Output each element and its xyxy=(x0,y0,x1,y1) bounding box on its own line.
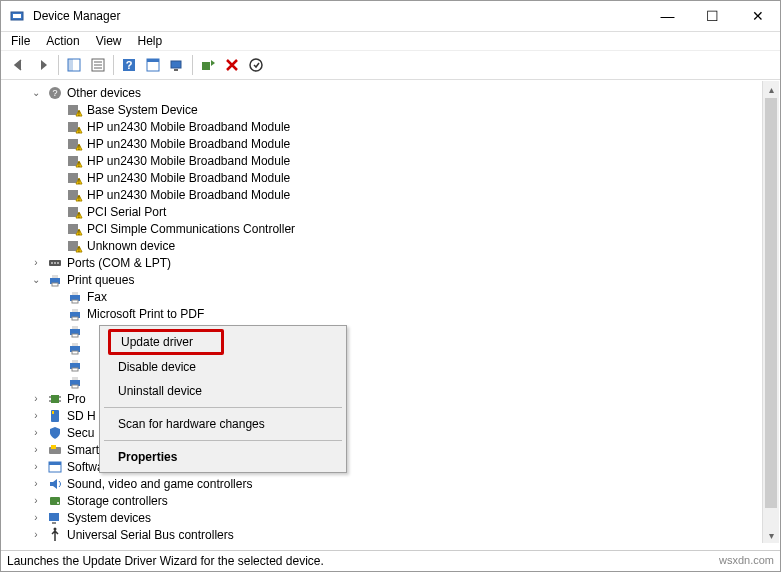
toolbar: ? xyxy=(1,51,780,80)
highlight-annotation: Update driver xyxy=(108,329,224,355)
svg-rect-76 xyxy=(52,411,54,414)
tree-item-label[interactable]: Secu xyxy=(67,426,94,440)
svg-rect-11 xyxy=(147,59,159,62)
tree-item-label[interactable]: HP un2430 Mobile Broadband Module xyxy=(87,171,290,185)
enable-button[interactable] xyxy=(244,53,268,77)
maximize-button[interactable]: ☐ xyxy=(690,1,735,31)
menu-action[interactable]: Action xyxy=(46,34,79,48)
tree-item-label[interactable]: System devices xyxy=(67,511,151,525)
svg-rect-83 xyxy=(49,513,59,521)
menu-file[interactable]: File xyxy=(11,34,30,48)
status-text: Launches the Update Driver Wizard for th… xyxy=(7,554,324,568)
svg-text:!: ! xyxy=(78,161,80,168)
tree-item-label[interactable]: PCI Serial Port xyxy=(87,205,166,219)
ctx-disable-device[interactable]: Disable device xyxy=(102,355,344,379)
usb-icon xyxy=(47,527,63,543)
svg-rect-12 xyxy=(171,61,181,68)
ctx-uninstall-device[interactable]: Uninstall device xyxy=(102,379,344,403)
menu-help[interactable]: Help xyxy=(138,34,163,48)
show-hide-button[interactable] xyxy=(62,53,86,77)
window-title: Device Manager xyxy=(33,9,645,23)
expander-icon[interactable]: › xyxy=(29,460,43,474)
expander-icon[interactable]: › xyxy=(29,409,43,423)
close-button[interactable]: ✕ xyxy=(735,1,780,31)
svg-rect-68 xyxy=(72,377,78,380)
expander-icon[interactable]: › xyxy=(29,494,43,508)
scroll-up-icon[interactable]: ▴ xyxy=(763,81,779,97)
tree-item-label[interactable]: HP un2430 Mobile Broadband Module xyxy=(87,120,290,134)
software-icon xyxy=(47,459,63,475)
tree-item-label[interactable]: Base System Device xyxy=(87,103,198,117)
printer-icon xyxy=(67,289,83,305)
scroll-thumb[interactable] xyxy=(765,98,777,508)
tree-item-label[interactable]: Microsoft Print to PDF xyxy=(87,307,204,321)
svg-rect-65 xyxy=(72,360,78,363)
back-button[interactable] xyxy=(7,53,31,77)
svg-rect-70 xyxy=(51,395,59,403)
expander-icon[interactable]: ⌄ xyxy=(29,86,43,100)
expander-icon[interactable]: › xyxy=(29,392,43,406)
titlebar[interactable]: Device Manager — ☐ ✕ xyxy=(1,1,780,32)
menu-view[interactable]: View xyxy=(96,34,122,48)
scan-button[interactable] xyxy=(165,53,189,77)
tree-item-label[interactable]: HP un2430 Mobile Broadband Module xyxy=(87,137,290,151)
printer-icon xyxy=(67,323,83,339)
help-button[interactable]: ? xyxy=(117,53,141,77)
svg-rect-24 xyxy=(68,139,78,149)
tree-item-label[interactable]: Other devices xyxy=(67,86,141,100)
svg-rect-53 xyxy=(72,292,78,295)
tree-item-label[interactable]: Print queues xyxy=(67,273,134,287)
tree-item-label[interactable]: Sound, video and game controllers xyxy=(67,477,252,491)
svg-rect-21 xyxy=(68,122,78,132)
scroll-down-icon[interactable]: ▾ xyxy=(763,527,779,543)
svg-rect-14 xyxy=(202,62,210,70)
svg-rect-80 xyxy=(49,462,61,465)
scrollbar[interactable]: ▴ ▾ xyxy=(762,81,779,543)
update-driver-button[interactable] xyxy=(196,53,220,77)
properties-button[interactable] xyxy=(86,53,110,77)
ctx-properties[interactable]: Properties xyxy=(102,445,344,469)
ctx-update-driver[interactable]: Update driver xyxy=(121,335,211,349)
svg-rect-51 xyxy=(52,283,58,286)
forward-button[interactable] xyxy=(31,53,55,77)
tree-item-label[interactable]: Universal Serial Bus controllers xyxy=(67,528,234,542)
warning-device-icon: ! xyxy=(67,119,83,135)
svg-rect-56 xyxy=(72,309,78,312)
tree-item-label[interactable]: HP un2430 Mobile Broadband Module xyxy=(87,154,290,168)
device-tree[interactable]: ⌄?Other devices !Base System Device !HP … xyxy=(1,80,780,555)
separator xyxy=(104,407,342,408)
svg-rect-84 xyxy=(52,522,56,524)
minimize-button[interactable]: — xyxy=(645,1,690,31)
tree-item-label[interactable]: SD H xyxy=(67,409,96,423)
warning-device-icon: ! xyxy=(67,170,83,186)
tree-item-label[interactable]: HP un2430 Mobile Broadband Module xyxy=(87,188,290,202)
svg-rect-50 xyxy=(52,275,58,278)
ports-icon xyxy=(47,255,63,271)
expander-icon[interactable]: › xyxy=(29,528,43,542)
warning-device-icon: ! xyxy=(67,136,83,152)
uninstall-button[interactable] xyxy=(220,53,244,77)
tree-item-label[interactable]: PCI Simple Communications Controller xyxy=(87,222,295,236)
expander-icon[interactable]: › xyxy=(29,511,43,525)
svg-text:!: ! xyxy=(78,195,80,202)
tree-item-label[interactable]: Pro xyxy=(67,392,86,406)
expander-icon[interactable]: ⌄ xyxy=(29,273,43,287)
card-reader-icon xyxy=(47,442,63,458)
tree-item-label[interactable]: Fax xyxy=(87,290,107,304)
svg-rect-39 xyxy=(68,224,78,234)
tree-item-label[interactable]: Ports (COM & LPT) xyxy=(67,256,171,270)
svg-rect-62 xyxy=(72,343,78,346)
expander-icon[interactable]: › xyxy=(29,477,43,491)
expander-icon[interactable]: › xyxy=(29,443,43,457)
svg-point-46 xyxy=(51,262,53,264)
tree-item-label[interactable]: Storage controllers xyxy=(67,494,168,508)
warning-device-icon: ! xyxy=(67,238,83,254)
sd-icon xyxy=(47,408,63,424)
svg-rect-36 xyxy=(68,207,78,217)
expander-icon[interactable]: › xyxy=(29,256,43,270)
tree-item-label[interactable]: Unknown device xyxy=(87,239,175,253)
action-button[interactable] xyxy=(141,53,165,77)
svg-rect-63 xyxy=(72,351,78,354)
expander-icon[interactable]: › xyxy=(29,426,43,440)
ctx-scan-hardware[interactable]: Scan for hardware changes xyxy=(102,412,344,436)
